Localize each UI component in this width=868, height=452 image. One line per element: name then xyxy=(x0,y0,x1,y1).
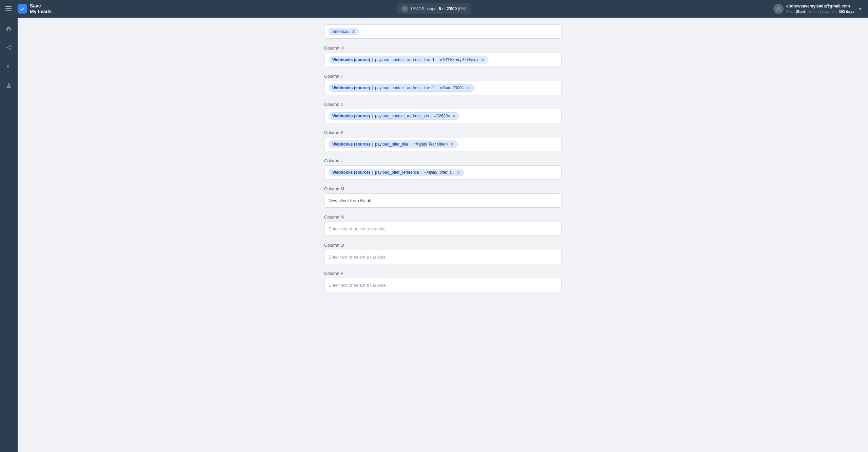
hamburger-menu[interactable] xyxy=(5,6,12,11)
column-n-group: Column N xyxy=(324,214,561,236)
column-k-group: Column K Webhooks (source) | payload_off… xyxy=(324,130,561,151)
column-i-value: «Suite 200G» xyxy=(440,86,465,90)
column-k-label: Column K xyxy=(324,130,561,135)
column-h-input[interactable]: Webhooks (source) | payload_contact_addr… xyxy=(324,53,561,67)
column-m-text-input[interactable] xyxy=(329,198,557,203)
column-g-input[interactable]: America» ✕ xyxy=(324,24,561,39)
column-i-label: Column I xyxy=(324,74,561,79)
column-i-input[interactable]: Webhooks (source) | payload_contact_addr… xyxy=(324,81,561,95)
column-h-tag-remove[interactable]: ✕ xyxy=(481,58,485,62)
info-icon: i xyxy=(401,5,408,12)
chevron-down-icon[interactable]: ▼ xyxy=(858,6,863,12)
logo-text: Save My Leads. xyxy=(30,3,53,15)
column-j-field: payload_contact_address_zip xyxy=(375,114,429,118)
column-l-tag: Webhooks (source) | payload_offer_refere… xyxy=(329,169,464,176)
column-l-input[interactable]: Webhooks (source) | payload_offer_refere… xyxy=(324,165,561,180)
column-k-field: payload_offer_title xyxy=(375,142,408,147)
sidebar-item-billing[interactable]: $ xyxy=(3,61,14,72)
svg-point-4 xyxy=(10,49,11,50)
svg-point-6 xyxy=(8,83,10,86)
column-i-source: Webhooks (source) xyxy=(332,86,370,90)
column-j-input[interactable]: Webhooks (source) | payload_contact_addr… xyxy=(324,109,561,123)
column-i-field: payload_contact_address_line_2 xyxy=(375,86,434,90)
column-o-group: Column O xyxy=(324,243,561,264)
column-h-group: Column H Webhooks (source) | payload_con… xyxy=(324,45,561,67)
sidebar-item-connections[interactable] xyxy=(3,42,14,53)
column-o-label: Column O xyxy=(324,243,561,248)
column-g-partial: America» ✕ xyxy=(324,24,561,39)
leads-usage-badge: i LEADS usage: 5 of 2'000 (0%) xyxy=(397,3,471,14)
column-l-group: Column L Webhooks (source) | payload_off… xyxy=(324,158,561,180)
column-h-value: «100 Example Drive» xyxy=(440,57,479,62)
column-h-field: payload_contact_address_line_1 xyxy=(375,57,434,62)
column-k-tag: Webhooks (source) | payload_offer_title … xyxy=(329,140,458,148)
column-p-input[interactable] xyxy=(324,278,561,292)
column-n-input[interactable] xyxy=(324,222,561,236)
top-navigation: Save My Leads. i LEADS usage: 5 of 2'000… xyxy=(0,0,868,18)
column-p-group: Column P xyxy=(324,271,561,292)
column-k-tag-remove[interactable]: ✕ xyxy=(450,142,454,147)
user-info: andrewsavemyleads@gmail.com Plan |Start|… xyxy=(773,3,854,14)
column-o-input[interactable] xyxy=(324,250,561,264)
column-j-tag-remove[interactable]: ✕ xyxy=(452,114,456,118)
column-j-group: Column J Webhooks (source) | payload_con… xyxy=(324,102,561,123)
form-section: America» ✕ Column H Webhooks (source) | … xyxy=(324,24,561,292)
column-k-value: «Kajabi Test Offer» xyxy=(413,142,448,147)
column-n-label: Column N xyxy=(324,214,561,220)
svg-rect-0 xyxy=(19,6,25,12)
column-p-label: Column P xyxy=(324,271,561,276)
america-tag-remove[interactable]: ✕ xyxy=(352,30,355,34)
column-m-input[interactable] xyxy=(324,193,561,208)
logo-icon xyxy=(18,4,27,14)
column-h-label: Column H xyxy=(324,45,561,51)
column-i-tag: Webhooks (source) | payload_contact_addr… xyxy=(329,84,474,92)
column-j-tag: Webhooks (source) | payload_contact_addr… xyxy=(329,112,459,120)
avatar xyxy=(773,4,784,14)
column-n-text-input[interactable] xyxy=(329,226,557,231)
column-l-label: Column L xyxy=(324,158,561,163)
main-content: America» ✕ Column H Webhooks (source) | … xyxy=(18,18,868,452)
column-l-tag-remove[interactable]: ✕ xyxy=(456,170,460,175)
svg-text:$: $ xyxy=(7,64,9,69)
logo: Save My Leads. xyxy=(18,3,53,15)
column-l-field: payload_offer_reference xyxy=(375,170,419,175)
column-k-source: Webhooks (source) xyxy=(332,142,370,147)
column-h-tag: Webhooks (source) | payload_contact_addr… xyxy=(329,56,488,63)
column-h-source: Webhooks (source) xyxy=(332,57,370,62)
sidebar: $ xyxy=(0,18,18,452)
column-j-label: Column J xyxy=(324,102,561,107)
column-j-value: «92620» xyxy=(434,114,450,118)
column-l-value: «kajabi_offer_0» xyxy=(424,170,454,175)
column-i-group: Column I Webhooks (source) | payload_con… xyxy=(324,74,561,95)
column-j-source: Webhooks (source) xyxy=(332,114,370,118)
column-p-text-input[interactable] xyxy=(329,283,557,288)
user-details: andrewsavemyleads@gmail.com Plan |Start|… xyxy=(786,3,854,14)
leads-usage-text: LEADS usage: 5 of 2'000 (0%) xyxy=(411,6,467,11)
column-l-source: Webhooks (source) xyxy=(332,170,370,175)
column-o-text-input[interactable] xyxy=(329,255,557,260)
america-tag: America» ✕ xyxy=(329,28,359,35)
column-m-group: Column M xyxy=(324,186,561,208)
svg-point-2 xyxy=(6,47,8,48)
column-k-input[interactable]: Webhooks (source) | payload_offer_title … xyxy=(324,137,561,151)
svg-point-3 xyxy=(10,45,11,46)
sidebar-item-account[interactable] xyxy=(3,80,14,91)
column-i-tag-remove[interactable]: ✕ xyxy=(467,86,470,90)
sidebar-item-home[interactable] xyxy=(3,23,14,34)
column-m-label: Column M xyxy=(324,186,561,191)
